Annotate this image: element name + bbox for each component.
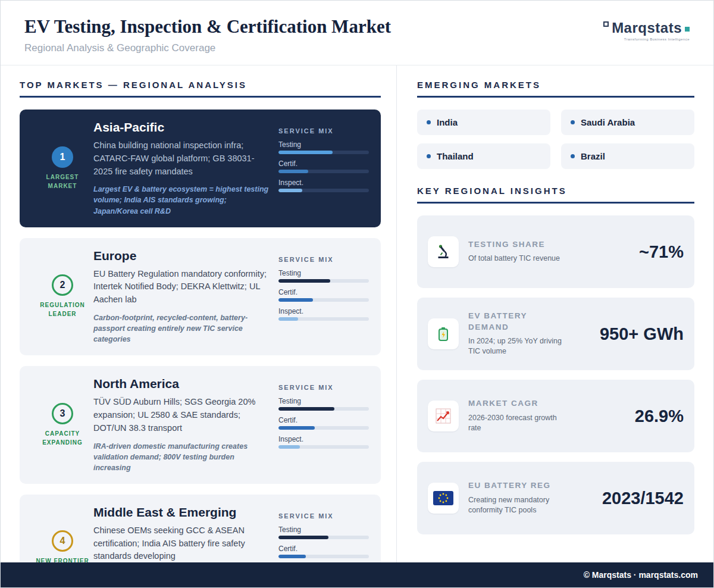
microscope-icon bbox=[428, 236, 459, 267]
rank-label: CAPACITY EXPANDING bbox=[32, 429, 93, 447]
service-bar-label: Certif. bbox=[278, 545, 369, 553]
service-mix-label: SERVICE MIX bbox=[278, 384, 369, 391]
service-bar-fill-certification bbox=[278, 426, 315, 430]
battery-icon bbox=[428, 318, 459, 349]
page-subtitle: Regional Analysis & Geographic Coverage bbox=[24, 42, 391, 54]
service-bar-track bbox=[278, 555, 369, 558]
chart-icon bbox=[428, 401, 459, 431]
service-bar-track bbox=[278, 189, 369, 192]
service-bar-label: Certif. bbox=[278, 416, 369, 424]
service-bar-track bbox=[278, 151, 369, 154]
bullet-dot-icon bbox=[427, 154, 431, 158]
regional-analysis-column: TOP MARKETS — REGIONAL ANALYSIS 1 LARGES… bbox=[1, 65, 397, 562]
chip-label: Brazil bbox=[581, 151, 605, 161]
market-text: Asia-Pacific China building national ins… bbox=[93, 120, 278, 217]
service-bar-label: Testing bbox=[278, 140, 369, 149]
service-bar-track bbox=[278, 317, 369, 321]
page-header: EV Testing, Inspection & Certification M… bbox=[1, 1, 713, 65]
emerging-market-chip-india: India bbox=[417, 110, 550, 135]
market-note: Largest EV & battery ecosystem = highest… bbox=[93, 184, 270, 216]
insight-title: EV BATTERY DEMAND bbox=[468, 311, 568, 332]
service-bar-track bbox=[278, 445, 369, 449]
market-text: North America TÜV SÜD Auburn Hills; SGS … bbox=[93, 377, 278, 473]
service-bar-fill-certification bbox=[278, 298, 313, 302]
eu-flag-icon bbox=[428, 483, 459, 514]
insight-text: TESTING SHARE Of total battery TIC reven… bbox=[468, 239, 568, 264]
service-bar-fill-inspection bbox=[278, 445, 300, 449]
infographic-page: EV Testing, Inspection & Certification M… bbox=[0, 0, 714, 588]
main-content: TOP MARKETS — REGIONAL ANALYSIS 1 LARGES… bbox=[1, 65, 713, 562]
emerging-markets-heading: EMERGING MARKETS bbox=[417, 80, 694, 98]
insight-text: EV BATTERY DEMAND In 2024; up 25% YoY dr… bbox=[468, 311, 568, 356]
insight-subtitle: In 2024; up 25% YoY driving TIC volume bbox=[468, 336, 568, 357]
insight-value: 26.9% bbox=[635, 406, 684, 426]
service-bar-fill-inspection bbox=[278, 317, 298, 321]
insight-card-eu-battery-reg: EU BATTERY REG Creating new mandatory co… bbox=[417, 462, 694, 534]
logo-tagline: Transforming Business Intelligence bbox=[603, 37, 690, 41]
chip-label: Saudi Arabia bbox=[581, 117, 635, 127]
market-name: Europe bbox=[93, 249, 270, 263]
insight-subtitle: Of total battery TIC revenue bbox=[468, 254, 568, 264]
rank-number: 3 bbox=[52, 403, 73, 424]
insights-column: EMERGING MARKETS India Saudi Arabia Thai… bbox=[397, 65, 713, 562]
top-markets-heading: TOP MARKETS — REGIONAL ANALYSIS bbox=[20, 80, 381, 98]
insight-value: ~71% bbox=[639, 242, 684, 262]
rank-label: REGULATION LEADER bbox=[32, 301, 93, 318]
service-bar-label: Inspect. bbox=[278, 307, 369, 315]
market-description: China building national inspection infra… bbox=[93, 139, 270, 178]
insight-title: EU BATTERY REG bbox=[468, 480, 568, 491]
service-bar-label: Certif. bbox=[278, 159, 369, 168]
service-bar-fill-testing bbox=[278, 279, 330, 283]
service-mix-label: SERVICE MIX bbox=[278, 512, 369, 520]
market-name: Middle East & Emerging bbox=[93, 505, 270, 520]
rank-number: 4 bbox=[52, 530, 73, 552]
rank-number: 1 bbox=[52, 146, 73, 168]
service-mix: SERVICE MIX Testing Certif. Inspect. bbox=[278, 249, 369, 345]
service-bar-track bbox=[278, 279, 369, 283]
market-note: Carbon-footprint, recycled-content, batt… bbox=[93, 312, 270, 345]
market-text: Europe EU Battery Regulation mandatory c… bbox=[93, 249, 278, 345]
service-bar-label: Inspect. bbox=[278, 435, 369, 443]
service-bar-fill-testing bbox=[278, 536, 328, 539]
service-bar-label: Certif. bbox=[278, 288, 369, 296]
market-name: Asia-Pacific bbox=[93, 120, 270, 135]
header-titles: EV Testing, Inspection & Certification M… bbox=[24, 16, 391, 54]
rank-number: 2 bbox=[52, 274, 73, 296]
service-bar-fill-inspection bbox=[278, 189, 302, 192]
logo-accent-square-icon bbox=[685, 27, 690, 32]
insight-title: TESTING SHARE bbox=[468, 239, 568, 250]
service-bar-track bbox=[278, 407, 369, 411]
market-note: IRA-driven domestic manufacturing create… bbox=[93, 441, 270, 473]
insight-value: 950+ GWh bbox=[600, 324, 684, 344]
insight-card-ev-battery-demand: EV BATTERY DEMAND In 2024; up 25% YoY dr… bbox=[417, 298, 694, 370]
service-bar-track bbox=[278, 298, 369, 302]
service-bar-label: Testing bbox=[278, 397, 369, 405]
service-bar-label: Testing bbox=[278, 269, 369, 277]
logo-text: Marqstats bbox=[612, 20, 682, 36]
insight-subtitle: 2026-2030 forecast growth rate bbox=[468, 413, 568, 434]
page-footer: © Marqstats · marqstats.com bbox=[1, 562, 713, 587]
key-insights-heading: KEY REGIONAL INSIGHTS bbox=[417, 186, 694, 204]
footer-link[interactable]: © Marqstats · marqstats.com bbox=[584, 570, 698, 580]
market-description: EU Battery Regulation mandatory conformi… bbox=[93, 268, 270, 306]
service-bar-track bbox=[278, 426, 369, 430]
insight-value: 2023/1542 bbox=[602, 489, 684, 508]
service-mix-label: SERVICE MIX bbox=[278, 127, 369, 135]
market-card-asia-pacific: 1 LARGEST MARKET Asia-Pacific China buil… bbox=[20, 110, 381, 227]
rank-label: LARGEST MARKET bbox=[32, 173, 93, 190]
rank-badge: 1 LARGEST MARKET bbox=[32, 120, 93, 217]
market-card-north-america: 3 CAPACITY EXPANDING North America TÜV S… bbox=[20, 366, 381, 484]
market-name: North America bbox=[93, 377, 270, 391]
service-mix-label: SERVICE MIX bbox=[278, 256, 369, 263]
emerging-market-chip-saudi-arabia: Saudi Arabia bbox=[561, 110, 694, 135]
insight-text: MARKET CAGR 2026-2030 forecast growth ra… bbox=[468, 398, 568, 433]
rank-badge: 3 CAPACITY EXPANDING bbox=[32, 377, 93, 473]
chip-label: Thailand bbox=[437, 151, 474, 161]
insight-title: MARKET CAGR bbox=[468, 398, 568, 409]
insight-subtitle: Creating new mandatory conformity TIC po… bbox=[468, 495, 568, 516]
service-mix: SERVICE MIX Testing Certif. Inspect. bbox=[278, 120, 369, 217]
insight-card-market-cagr: MARKET CAGR 2026-2030 forecast growth ra… bbox=[417, 380, 694, 452]
logo-square-icon bbox=[603, 21, 609, 27]
market-description: TÜV SÜD Auburn Hills; SGS Georgia 20% ex… bbox=[93, 396, 270, 434]
bullet-dot-icon bbox=[427, 120, 431, 124]
